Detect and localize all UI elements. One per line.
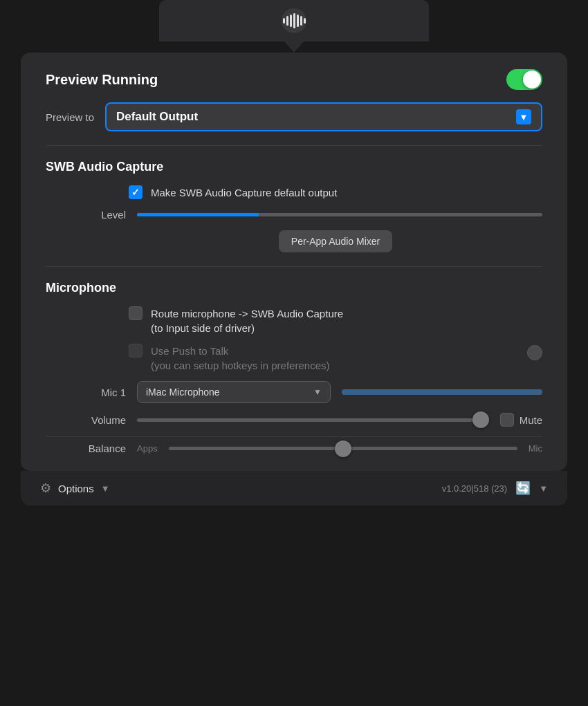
preview-toggle[interactable] <box>506 69 542 90</box>
mic1-chevron-icon: ▼ <box>313 387 322 397</box>
preview-to-label: Preview to <box>46 111 94 123</box>
push-to-talk-radio[interactable] <box>527 345 542 360</box>
volume-slider[interactable] <box>137 418 489 422</box>
mic1-row: Mic 1 iMac Microphone ▼ <box>46 381 542 403</box>
balance-row: Balance Apps Mic <box>46 443 542 471</box>
balance-label: Balance <box>46 443 126 454</box>
microphone-section-title: Microphone <box>46 281 542 295</box>
level-slider[interactable] <box>137 213 542 216</box>
balance-slider[interactable] <box>169 447 517 450</box>
mic1-dropdown[interactable]: iMac Microphone ▼ <box>137 381 331 403</box>
mixer-button[interactable]: Per-App Audio Mixer <box>279 230 392 252</box>
mixer-button-row: Per-App Audio Mixer <box>129 230 542 252</box>
waveform-icon <box>282 8 306 33</box>
divider-1 <box>46 145 542 146</box>
mute-area: Mute <box>500 413 542 427</box>
right-chevron-icon[interactable]: ▼ <box>539 483 548 494</box>
level-slider-fill <box>137 213 259 216</box>
options-label: Options <box>58 483 94 494</box>
dropdown-arrow <box>284 41 304 53</box>
push-to-talk-label: Use Push to Talk(you can setup hotkeys i… <box>151 344 519 373</box>
options-left: ⚙ Options ▼ <box>40 481 110 496</box>
checkmark-icon: ✓ <box>131 187 140 198</box>
swb-checkbox-label: Make SWB Audio Capture default output <box>151 187 337 198</box>
balance-knob <box>335 440 351 457</box>
route-checkbox[interactable] <box>129 306 143 320</box>
mic-level-indicator <box>342 389 542 395</box>
options-chevron-icon[interactable]: ▼ <box>101 483 110 494</box>
level-row: Level <box>46 209 542 221</box>
mic-right-label: Mic <box>529 443 542 454</box>
apps-label: Apps <box>137 443 158 454</box>
push-to-talk-row: Use Push to Talk(you can setup hotkeys i… <box>129 344 542 373</box>
divider-2 <box>46 266 542 267</box>
route-checkbox-row: Route microphone -> SWB Audio Capture(to… <box>129 306 542 335</box>
swb-section: SWB Audio Capture ✓ Make SWB Audio Captu… <box>46 160 542 252</box>
divider-3 <box>46 436 542 437</box>
push-to-talk-checkbox[interactable] <box>129 344 143 357</box>
options-right: v1.0.20|518 (23) 🔄 ▼ <box>442 481 548 496</box>
version-text: v1.0.20|518 (23) <box>442 483 507 494</box>
cloud-sync-icon: 🔄 <box>515 481 531 496</box>
mic1-value: iMac Microphone <box>146 387 220 398</box>
route-label: Route microphone -> SWB Audio Capture(to… <box>151 306 343 335</box>
options-bar: ⚙ Options ▼ v1.0.20|518 (23) 🔄 ▼ <box>21 471 567 505</box>
output-value: Default Output <box>116 110 198 124</box>
swb-default-checkbox[interactable]: ✓ <box>129 185 143 199</box>
microphone-section: Microphone Route microphone -> SWB Audio… <box>46 281 542 471</box>
preview-to-row: Preview to Default Output ▼ <box>46 102 542 131</box>
preview-running-title: Preview Running <box>46 72 158 88</box>
swb-section-title: SWB Audio Capture <box>46 160 542 174</box>
level-label: Level <box>46 209 126 221</box>
volume-label: Volume <box>46 414 126 426</box>
preview-running-row: Preview Running <box>46 69 542 90</box>
mute-checkbox[interactable] <box>500 413 514 427</box>
volume-knob <box>472 411 489 428</box>
chevron-down-icon: ▼ <box>516 109 531 124</box>
mute-label: Mute <box>520 414 542 426</box>
gear-icon: ⚙ <box>40 481 51 496</box>
volume-row: Volume Mute <box>46 413 542 427</box>
main-panel: Preview Running Preview to Default Outpu… <box>21 53 567 471</box>
top-bar <box>159 0 429 41</box>
mic1-label: Mic 1 <box>46 387 126 398</box>
output-dropdown[interactable]: Default Output ▼ <box>105 102 542 131</box>
swb-checkbox-row: ✓ Make SWB Audio Capture default output <box>129 185 542 199</box>
toggle-knob <box>523 71 541 89</box>
